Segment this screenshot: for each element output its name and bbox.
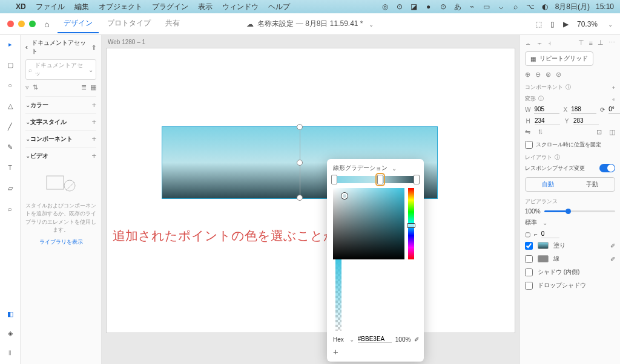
polygon-tool[interactable]: △ bbox=[5, 100, 16, 111]
alpha-slider[interactable] bbox=[335, 259, 341, 331]
y-input[interactable] bbox=[573, 117, 599, 125]
hex-mode-label[interactable]: Hex bbox=[333, 336, 344, 343]
radius-input[interactable] bbox=[541, 230, 559, 238]
status-icon[interactable]: ◪ bbox=[410, 2, 418, 11]
share-icon[interactable]: ⇧ bbox=[91, 44, 96, 51]
menu-edit[interactable]: 編集 bbox=[74, 2, 89, 12]
gradient-stop-selected[interactable] bbox=[377, 175, 383, 184]
line-tool[interactable]: ╱ bbox=[5, 121, 16, 132]
inner-shadow-checkbox[interactable] bbox=[525, 268, 533, 276]
3d-icon[interactable]: ⟐ bbox=[612, 96, 615, 102]
gradient-handle-start[interactable] bbox=[297, 124, 303, 130]
eyedropper-icon[interactable]: ✐ bbox=[414, 336, 419, 343]
alpha-value[interactable]: 100% bbox=[395, 336, 411, 343]
opacity-value[interactable]: 100% bbox=[525, 208, 541, 215]
pen-tool[interactable]: ✎ bbox=[5, 141, 16, 152]
app-name[interactable]: XD bbox=[16, 2, 26, 11]
tab-prototype[interactable]: プロトタイプ bbox=[101, 15, 157, 33]
align-center-h-icon[interactable]: ⫟ bbox=[536, 39, 543, 47]
minimize-window-icon[interactable] bbox=[18, 21, 25, 27]
zoom-tool[interactable]: ⌕ bbox=[5, 203, 16, 214]
gradient-stop[interactable] bbox=[414, 175, 420, 184]
assets-search[interactable]: ⌕ ドキュメントアセッ bbox=[25, 59, 96, 80]
menu-help[interactable]: ヘルプ bbox=[268, 2, 290, 12]
document-title[interactable]: ☁ 名称未設定 — 8月8日 11.59.41 * bbox=[246, 19, 373, 29]
repeat-grid-button[interactable]: ▦リピートグリッド bbox=[525, 51, 593, 66]
sort-icon[interactable]: ⇅ bbox=[33, 83, 38, 91]
align-bottom-icon[interactable]: ⊥ bbox=[598, 39, 604, 47]
chevron-down-icon[interactable] bbox=[367, 20, 374, 28]
libraries-icon[interactable]: ◧ bbox=[5, 308, 16, 319]
status-icon[interactable]: ● bbox=[424, 2, 433, 11]
width-input[interactable] bbox=[534, 105, 559, 114]
stroke-checkbox[interactable] bbox=[525, 255, 533, 263]
search-icon[interactable]: ⌕ bbox=[512, 2, 520, 11]
wifi-icon[interactable]: ⌵ bbox=[497, 2, 506, 11]
section-video[interactable]: ⌄ ビデオ+ bbox=[25, 147, 96, 164]
boolean-subtract-icon[interactable]: ⊖ bbox=[535, 71, 541, 79]
menubar-time[interactable]: 15:10 bbox=[596, 2, 614, 11]
responsive-mode-segment[interactable]: 自動 手動 bbox=[525, 177, 615, 192]
height-input[interactable] bbox=[535, 117, 560, 125]
menu-plugin[interactable]: プラグイン bbox=[152, 2, 188, 12]
scroll-fix-checkbox[interactable] bbox=[525, 141, 533, 149]
filter-icon[interactable]: ▿ bbox=[25, 83, 29, 91]
boolean-intersect-icon[interactable]: ⊗ bbox=[546, 71, 551, 79]
show-library-link[interactable]: ライブラリを表示 bbox=[25, 238, 96, 246]
menu-file[interactable]: ファイル bbox=[36, 2, 65, 12]
control-center-icon[interactable]: ⌥ bbox=[526, 2, 535, 11]
plus-icon[interactable]: + bbox=[91, 100, 96, 109]
tab-share[interactable]: 共有 bbox=[159, 15, 186, 33]
battery-icon[interactable]: ▭ bbox=[483, 2, 491, 11]
text-tool[interactable]: T bbox=[5, 162, 16, 173]
menu-view[interactable]: 表示 bbox=[198, 2, 213, 12]
status-icon[interactable]: ⊙ bbox=[439, 2, 447, 11]
artboard-tool[interactable]: ▱ bbox=[5, 183, 16, 193]
zoom-value[interactable]: 70.3% bbox=[577, 20, 598, 28]
ime-icon[interactable]: あ bbox=[453, 2, 462, 11]
menu-object[interactable]: オブジェクト bbox=[99, 2, 142, 12]
gradient-handle-end[interactable] bbox=[297, 195, 303, 201]
lock-aspect-icon[interactable]: ⊡ bbox=[596, 128, 602, 136]
add-swatch-button[interactable]: + bbox=[333, 346, 418, 357]
passthrough-icon[interactable]: ▢ bbox=[525, 231, 530, 238]
ellipse-tool[interactable]: ○ bbox=[5, 80, 16, 91]
section-charstyle[interactable]: ⌄ 文字スタイル+ bbox=[25, 113, 96, 130]
hex-input[interactable] bbox=[358, 336, 392, 343]
hue-cursor[interactable] bbox=[407, 223, 415, 228]
bluetooth-icon[interactable]: ⌁ bbox=[468, 2, 477, 11]
chevron-down-icon[interactable] bbox=[87, 67, 93, 73]
list-view-icon[interactable]: ≣ bbox=[81, 83, 87, 91]
seg-manual[interactable]: 手動 bbox=[570, 178, 615, 191]
boolean-exclude-icon[interactable]: ⊘ bbox=[556, 71, 561, 79]
back-icon[interactable]: ‹ bbox=[25, 43, 28, 51]
window-controls[interactable] bbox=[7, 21, 36, 27]
align-top-icon[interactable]: ⊤ bbox=[578, 39, 584, 47]
eyedropper-icon[interactable]: ✐ bbox=[610, 256, 615, 262]
gradient-bar[interactable] bbox=[333, 176, 418, 183]
menu-window[interactable]: ウィンドウ bbox=[222, 2, 259, 12]
opacity-slider[interactable] bbox=[544, 210, 615, 212]
hue-slider[interactable] bbox=[408, 188, 414, 259]
x-input[interactable] bbox=[571, 105, 596, 114]
blend-mode-select[interactable]: 標準 bbox=[525, 218, 537, 227]
plus-icon[interactable]: + bbox=[91, 134, 96, 143]
menubar-date[interactable]: 8月8日(月) bbox=[555, 2, 590, 12]
siri-icon[interactable]: ◐ bbox=[541, 2, 549, 11]
gradient-handle-mid[interactable] bbox=[297, 160, 303, 166]
section-color[interactable]: ⌄ カラー+ bbox=[25, 96, 96, 113]
align-right-icon[interactable]: ⫞ bbox=[548, 39, 552, 47]
seg-auto[interactable]: 自動 bbox=[526, 178, 570, 191]
mobile-preview-icon[interactable]: ⬚ bbox=[535, 20, 542, 28]
gradient-stop[interactable] bbox=[331, 175, 337, 184]
artboard-name[interactable]: Web 1280 – 1 bbox=[108, 39, 145, 45]
boolean-add-icon[interactable]: ⊕ bbox=[525, 71, 530, 79]
chevron-down-icon[interactable] bbox=[541, 219, 547, 226]
responsive-toggle[interactable] bbox=[599, 164, 615, 172]
play-icon[interactable]: ▶ bbox=[563, 20, 569, 28]
distribute-icon[interactable]: ⋯ bbox=[608, 39, 615, 47]
rotation-input[interactable] bbox=[608, 105, 620, 114]
close-window-icon[interactable] bbox=[7, 21, 14, 27]
chevron-down-icon[interactable] bbox=[390, 165, 397, 172]
zoom-window-icon[interactable] bbox=[29, 21, 36, 27]
